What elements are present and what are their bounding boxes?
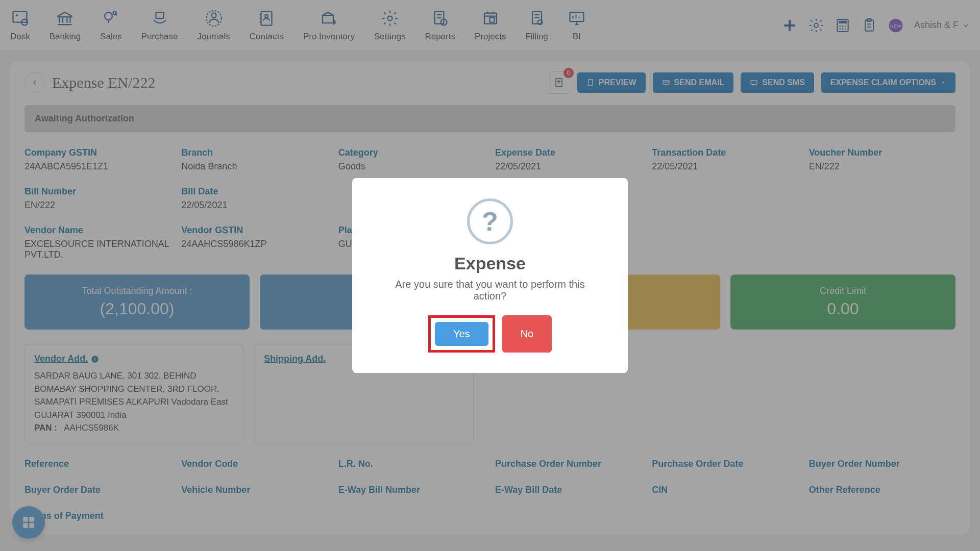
modal-buttons: Yes No xyxy=(378,315,602,353)
modal-text: Are you sure that you want to perform th… xyxy=(378,279,602,302)
yes-highlight-box: Yes xyxy=(428,315,495,353)
modal-title: Expense xyxy=(378,254,602,273)
no-button[interactable]: No xyxy=(502,315,552,353)
question-icon: ? xyxy=(467,198,513,244)
yes-button[interactable]: Yes xyxy=(435,322,488,346)
confirm-modal: ? Expense Are you sure that you want to … xyxy=(352,178,628,373)
modal-overlay[interactable]: ? Expense Are you sure that you want to … xyxy=(0,0,980,551)
